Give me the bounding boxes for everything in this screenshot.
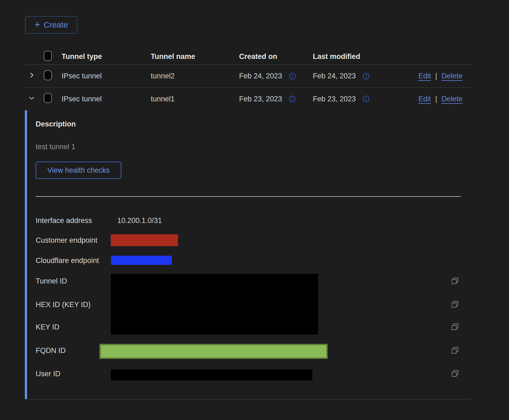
table-row-tunnel2: IPsec tunnel tunnel2 Feb 24, 2023 i Feb … [25, 65, 471, 88]
cloudflare-endpoint-redacted-value [111, 256, 172, 265]
tunnels-table: Tunnel type Tunnel name Created on Last … [25, 49, 471, 110]
copy-icon[interactable] [450, 322, 460, 332]
column-header-tunnel-name: Tunnel name [151, 52, 239, 61]
column-header-tunnel-type: Tunnel type [62, 52, 151, 61]
created-on-cell: Feb 24, 2023 [239, 72, 282, 80]
copy-icon[interactable] [450, 369, 460, 379]
delete-link[interactable]: Delete [441, 95, 463, 103]
chevron-down-icon[interactable] [28, 95, 35, 102]
info-icon[interactable]: i [363, 96, 369, 102]
info-icon[interactable]: i [289, 73, 296, 79]
customer-endpoint-label: Customer endpoint [36, 236, 97, 245]
row-checkbox[interactable] [44, 93, 52, 103]
fqdn-id-label: FQDN ID [36, 346, 66, 355]
edit-link[interactable]: Edit [418, 72, 431, 80]
create-button-label: Create [43, 20, 68, 29]
expanded-indicator-bar [25, 110, 27, 399]
user-id-label: User ID [36, 369, 61, 378]
copy-icon[interactable] [450, 300, 460, 309]
table-row-tunnel1: IPsec tunnel tunnel1 Feb 23, 2023 i Feb … [25, 88, 471, 110]
customer-endpoint-redacted-value [111, 234, 178, 246]
cloudflare-endpoint-label: Cloudflare endpoint [36, 256, 99, 265]
action-separator: | [435, 72, 437, 80]
table-header-row: Tunnel type Tunnel name Created on Last … [25, 49, 471, 65]
description-value: test tunnel 1 [36, 143, 75, 151]
tunnel-type-cell: IPsec tunnel [62, 95, 151, 103]
user-id-redacted-value [111, 369, 312, 381]
edit-link[interactable]: Edit [418, 95, 431, 103]
tunnel-type-cell: IPsec tunnel [62, 72, 151, 80]
info-icon[interactable]: i [363, 73, 369, 79]
column-header-last-modified: Last modified [313, 52, 416, 61]
last-modified-cell: Feb 23, 2023 [313, 95, 356, 103]
row-checkbox[interactable] [44, 70, 52, 80]
plus-icon: + [34, 20, 40, 29]
delete-link[interactable]: Delete [441, 72, 463, 80]
description-label: Description [36, 120, 76, 128]
copy-icon[interactable] [450, 346, 460, 355]
last-modified-cell: Feb 24, 2023 [313, 72, 356, 80]
key-id-label: KEY ID [36, 323, 59, 331]
copy-icon[interactable] [450, 276, 460, 286]
info-icon[interactable]: i [289, 96, 296, 102]
view-health-checks-button[interactable]: View health checks [36, 162, 121, 179]
interface-address-value: 10.200.1.0/31 [117, 216, 162, 225]
tunnel-name-cell: tunnel1 [151, 95, 239, 103]
tunnel-name-cell: tunnel2 [151, 72, 239, 80]
column-header-created-on: Created on [239, 52, 313, 61]
tunnels-page: + Create Tunnel type Tunnel name Created… [0, 0, 509, 420]
chevron-right-icon[interactable] [28, 72, 35, 79]
table-bottom-border [25, 399, 471, 399]
hex-id-label: HEX ID (KEY ID) [36, 300, 91, 309]
section-divider [36, 196, 461, 197]
action-separator: | [435, 95, 437, 103]
ids-redacted-value-block [111, 274, 318, 335]
expanded-row-panel: Description test tunnel 1 View health ch… [25, 110, 471, 399]
created-on-cell: Feb 23, 2023 [239, 95, 282, 103]
tunnel-id-label: Tunnel ID [36, 277, 67, 285]
interface-address-label: Interface address [36, 216, 92, 225]
create-button[interactable]: + Create [25, 16, 77, 34]
fqdn-id-redacted-value [99, 344, 328, 359]
select-all-checkbox[interactable] [44, 51, 52, 61]
